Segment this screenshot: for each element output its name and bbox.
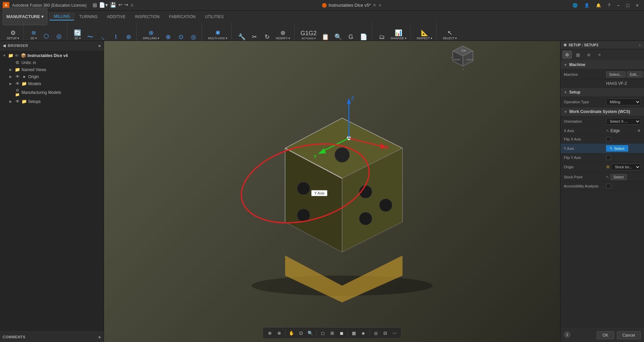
drill-b-btn[interactable]: ⊙ <box>175 23 187 41</box>
zoom-fit-btn[interactable]: ⊡ <box>297 329 305 337</box>
tree-item-named-views[interactable]: ▶ 📁 Named Views <box>0 66 104 73</box>
tree-item-root[interactable]: ▼ 📁 👁 📦 Instructables Dice v4 <box>0 52 104 59</box>
view-front-btn[interactable]: ▦ <box>350 329 358 337</box>
close-button[interactable]: × <box>633 2 641 9</box>
setup-section-header[interactable]: ▼ Setup <box>560 88 644 97</box>
tree-item-mfg-models[interactable]: ⚙📁 Manufacturing Models <box>0 87 104 98</box>
more-btn[interactable]: ⋯ <box>390 329 398 337</box>
add-tab-icon[interactable]: + <box>378 2 381 8</box>
orbit-btn[interactable]: ⊕ <box>266 329 274 337</box>
ground-btn[interactable]: ⊟ <box>381 329 389 337</box>
display-mode-btn[interactable]: ◻ <box>319 329 327 337</box>
modify-c-btn[interactable]: ↻ <box>261 23 273 41</box>
tab-turning[interactable]: TURNING <box>75 13 102 20</box>
inspect-a-btn[interactable]: 📐 INSPECT ▾ <box>415 23 434 41</box>
notifications-icon[interactable]: 🌐 <box>570 2 580 9</box>
browser-collapse-icon[interactable]: ● <box>98 43 101 48</box>
modify-b-btn[interactable]: ✂ <box>249 23 261 41</box>
minimize-button[interactable]: − <box>614 2 622 9</box>
manage-b-btn[interactable]: 📊 MANAGE ▾ <box>389 23 409 41</box>
drill-a-btn[interactable]: ⊕ <box>162 23 174 41</box>
operation-type-select[interactable]: Milling Turning Additive <box>606 99 641 105</box>
origin-select[interactable]: Stock bo... Model origin Selected point <box>611 164 641 170</box>
2d-pocket-btn[interactable]: ⬡ <box>40 23 52 41</box>
rp-tab-list[interactable]: ≡ <box>595 51 604 59</box>
setup-btn[interactable]: ⚙ SETUP ▾ <box>5 23 21 41</box>
tree-item-models[interactable]: ▶ 👁 📁 Models <box>0 80 104 87</box>
multiaxis-btn[interactable]: ✱ MULTI-AXIS ▾ <box>206 23 229 41</box>
perspective-btn[interactable]: ◈ <box>359 329 367 337</box>
machine-select-btn[interactable]: Select... <box>606 71 626 77</box>
orientation-select[interactable]: Select X ... Select Y Z axis <box>606 118 641 125</box>
wcs-section-header[interactable]: ▼ Work Coordinate System (WCS) <box>560 107 644 116</box>
back-icon[interactable]: ◀ <box>3 43 6 48</box>
effects-btn[interactable]: ◎ <box>372 329 380 337</box>
flip-y-checkbox[interactable] <box>606 155 611 160</box>
actions-c-btn[interactable]: 🔍 <box>332 23 344 41</box>
tab-fabrication[interactable]: FABRICATION <box>165 13 200 20</box>
save-icon[interactable]: 💾 <box>110 2 116 8</box>
ok-button[interactable]: OK <box>597 331 614 339</box>
modify-d-btn[interactable]: ⊕ MODIFY ▾ <box>274 23 292 41</box>
xaxis-clear-icon[interactable]: ✕ <box>637 128 641 133</box>
flip-x-checkbox[interactable] <box>606 137 611 141</box>
rp-tab-postprocess[interactable]: ⊕ <box>584 51 593 59</box>
root-eye-icon[interactable]: 👁 <box>15 54 19 58</box>
tab-milling[interactable]: MILLING <box>49 13 74 20</box>
tab-utilities[interactable]: UTILITIES <box>201 13 228 20</box>
comments-expand-icon[interactable]: ● <box>98 334 101 340</box>
drilling-btn[interactable]: ⊗ DRILLING ▾ <box>141 23 161 41</box>
bell-icon[interactable]: 🔔 <box>593 2 604 9</box>
rp-tab-stock[interactable]: ▦ <box>573 51 583 59</box>
tab-additive[interactable]: ADDITIVE <box>103 13 130 20</box>
help-icon[interactable]: ? <box>605 2 613 9</box>
3d-d-btn[interactable]: ⌇ <box>110 23 122 41</box>
drill-c-btn[interactable]: ◎ <box>187 23 200 41</box>
maximize-button[interactable]: □ <box>624 2 632 9</box>
stock-point-select-btn[interactable]: Select <box>610 174 627 180</box>
rp-tab-setup[interactable]: ⚙ <box>562 51 572 59</box>
machine-edit-btn[interactable]: Edit... <box>627 71 642 77</box>
file-icon[interactable]: 📄▾ <box>99 2 108 8</box>
drill-b-icon: ⊙ <box>178 34 183 40</box>
grid-icon[interactable]: ⊞ <box>93 2 97 8</box>
view-cube[interactable]: TOP FRONT RIGHT ↑ ← <box>449 44 476 71</box>
manage-a-btn[interactable]: 🗂 <box>376 23 388 41</box>
pan-btn[interactable]: ⊕ <box>275 329 283 337</box>
undo-icon[interactable]: ↩ <box>118 2 122 8</box>
3d-c-btn[interactable]: ◟ <box>97 23 109 41</box>
rp-expand-icon[interactable]: » <box>639 43 641 47</box>
2d-group: ≋ 2D ▾ ⬡ ◎ <box>25 22 67 41</box>
2d-contour-btn[interactable]: ◎ <box>53 23 65 41</box>
sidebar: ◀ BROWSER ● ▼ 📁 👁 📦 Instructables Dice v… <box>0 41 104 342</box>
tab-inspection[interactable]: INSPECTION <box>130 13 164 20</box>
actions-a-btn[interactable]: G1G2 ACTIONS ▾ <box>299 23 319 41</box>
tree-item-setups[interactable]: ▶ 👁 📁 Setups <box>0 98 104 105</box>
3d-b-btn[interactable]: 〜 <box>84 23 96 41</box>
modify-a-btn[interactable]: 🔧 <box>236 23 248 41</box>
accessibility-checkbox[interactable] <box>606 184 611 188</box>
tree-item-origin[interactable]: ▶ 👁 ● Origin <box>0 73 104 80</box>
viewport[interactable]: Z Y X Y Axis TOP <box>104 41 560 342</box>
svg-text:RIGHT: RIGHT <box>467 59 473 61</box>
cancel-button[interactable]: Cancel <box>617 331 641 339</box>
select-btn[interactable]: ↖ SELECT ▾ <box>441 23 459 41</box>
close-file-icon[interactable]: ✕ <box>373 3 376 8</box>
actions-e-btn[interactable]: 📄 <box>358 23 370 41</box>
wireframe-btn[interactable]: ⊞ <box>328 329 336 337</box>
shaded-btn[interactable]: ◼ <box>337 329 345 337</box>
actions-b-btn[interactable]: 📋 <box>319 23 331 41</box>
3d-e-btn[interactable]: ⊛ <box>122 23 135 41</box>
actions-d-btn[interactable]: G <box>345 23 357 41</box>
yaxis-select-btn[interactable]: ↖ Select <box>606 145 628 152</box>
zoom-in-btn[interactable]: 🔍 <box>306 329 314 337</box>
info-icon[interactable]: ℹ <box>564 331 571 338</box>
home-icon[interactable]: ⌂ <box>130 2 133 8</box>
redo-icon[interactable]: ↪ <box>124 2 128 8</box>
tree-item-units[interactable]: ⚙ Units: in <box>0 59 104 66</box>
machine-section-header[interactable]: ▼ Machine <box>560 60 644 69</box>
hand-btn[interactable]: ✋ <box>287 329 296 337</box>
account-icon[interactable]: 👤 <box>582 2 592 9</box>
3d-adaptive-btn[interactable]: 🔄 3D ▾ <box>71 23 84 41</box>
2d-adaptive-btn[interactable]: ≋ 2D ▾ <box>28 23 40 41</box>
